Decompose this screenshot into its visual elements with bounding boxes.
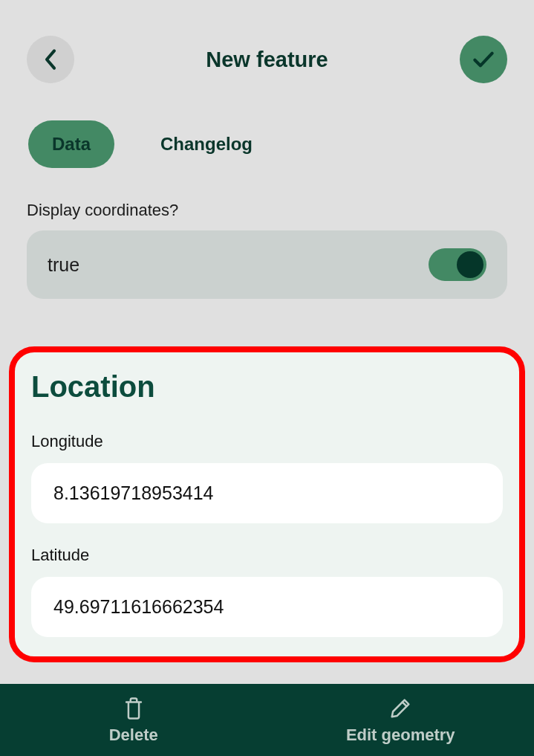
tab-data[interactable]: Data [28, 120, 114, 168]
location-card: Location Longitude Latitude [9, 346, 525, 662]
location-title: Location [31, 370, 503, 404]
delete-button[interactable]: Delete [0, 684, 267, 756]
trash-icon [121, 696, 146, 721]
display-coordinates-toggle[interactable] [429, 248, 486, 281]
display-coordinates-box: true [27, 230, 507, 299]
toggle-knob [457, 251, 483, 278]
page-title: New feature [74, 48, 460, 72]
delete-label: Delete [109, 726, 158, 745]
chevron-left-icon [43, 48, 58, 71]
bottom-bar: Delete Edit geometry [0, 684, 534, 756]
display-coordinates-value: true [48, 254, 79, 276]
edit-geometry-button[interactable]: Edit geometry [267, 684, 535, 756]
longitude-input[interactable] [31, 463, 503, 523]
edit-geometry-label: Edit geometry [346, 726, 455, 745]
header: New feature [0, 0, 534, 101]
check-icon [472, 51, 495, 68]
display-coordinates-section: Display coordinates? true [0, 189, 534, 299]
confirm-button[interactable] [460, 36, 507, 83]
display-coordinates-label: Display coordinates? [27, 201, 507, 220]
back-button[interactable] [27, 36, 74, 83]
latitude-label: Latitude [31, 546, 503, 565]
longitude-label: Longitude [31, 432, 503, 451]
tabs: Data Changelog [0, 101, 534, 189]
pencil-icon [388, 696, 413, 721]
latitude-input[interactable] [31, 577, 503, 637]
tab-changelog[interactable]: Changelog [137, 120, 276, 168]
